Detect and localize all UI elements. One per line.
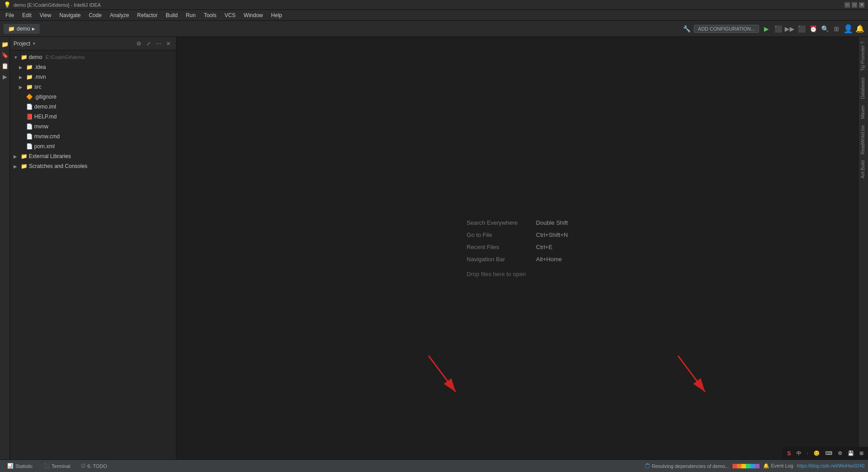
rainbow-bar — [732, 464, 760, 468]
systray-save: 💾 — [846, 449, 856, 457]
tree-external[interactable]: ▶ 📁 External Libraries — [10, 151, 176, 161]
status-right: 🔔 Event Log https://blog.csdn.net/WeiHao… — [732, 463, 864, 469]
event-log-icon: 🔔 — [763, 463, 769, 468]
tree-src[interactable]: ▶ 📁 src — [10, 82, 176, 92]
project-tab[interactable]: 📁 demo ▶ — [4, 24, 40, 34]
right-tab-maven[interactable]: Maven — [859, 103, 868, 122]
menu-navigate[interactable]: Navigate — [56, 11, 84, 19]
resolving-label: Resolving dependencies of demo... — [652, 463, 729, 469]
panel-title[interactable]: Project ▼ — [14, 41, 36, 47]
right-sidebar: Tip Promoter ? Databases Maven ReadWrite… — [858, 37, 868, 459]
todo-icon: ☑ — [81, 463, 86, 469]
go-to-file-label: Go to File — [467, 231, 525, 238]
ext-arrow: ▶ — [14, 154, 19, 159]
menu-edit[interactable]: Edit — [18, 11, 35, 19]
debug-button-icon[interactable]: ⬛ — [773, 24, 782, 33]
right-tab-databases[interactable]: Databases — [859, 75, 868, 102]
idea-label: .idea — [34, 64, 46, 70]
gitignore-label: .gitignore — [34, 94, 56, 100]
title-bar-controls: ─ □ ✕ — [845, 2, 864, 8]
tree-help[interactable]: ▶ 📕 HELP.md — [10, 112, 176, 122]
cmd-icon: 📄 — [26, 133, 33, 140]
tree-root[interactable]: ▼ 📁 demo E:\Code\Git\demo — [10, 52, 176, 62]
settings-icon[interactable]: ⏰ — [809, 24, 818, 33]
recent-files-shortcut: Ctrl+E — [536, 244, 552, 250]
notifications-icon[interactable]: 🔔 — [855, 24, 864, 33]
statistic-tab[interactable]: 📊 Statistic — [4, 462, 36, 470]
toolbar: 📁 demo ▶ 🔧 ADD CONFIGURATION... ▶ ⬛ ▶▶ ⬛… — [0, 21, 868, 37]
terminal-label: Terminal — [52, 463, 71, 469]
tree-mvn[interactable]: ▶ 📁 .mvn — [10, 72, 176, 82]
statistic-label: Statistic — [15, 463, 33, 469]
hint-goto: Go to File Ctrl+Shift+N — [467, 231, 568, 238]
menu-view[interactable]: View — [36, 11, 55, 19]
collapse-icon[interactable]: ✕ — [164, 40, 172, 48]
add-configuration-button[interactable]: ADD CONFIGURATION... — [694, 25, 759, 33]
search-everywhere-icon[interactable]: 🔍 — [820, 24, 829, 33]
menu-analyze[interactable]: Analyze — [106, 11, 133, 19]
menu-file[interactable]: File — [2, 11, 18, 19]
tree-scratches[interactable]: ▶ 📁 Scratches and Consoles — [10, 161, 176, 171]
menu-refactor[interactable]: Refactor — [134, 11, 161, 19]
run-button-icon[interactable]: ▶ — [762, 24, 771, 33]
tree-idea[interactable]: ▶ 📁 .idea — [10, 62, 176, 72]
tree-mvnw[interactable]: ▶ 📄 mvnw — [10, 122, 176, 132]
event-log-label: Event Log — [771, 463, 794, 468]
menu-help[interactable]: Help — [267, 11, 286, 19]
go-to-file-shortcut: Ctrl+Shift+N — [536, 231, 568, 238]
right-tab-ant-build[interactable]: Ant Build — [859, 158, 868, 181]
status-url[interactable]: https://blog.csdn.net/WeiHao0240 — [797, 463, 864, 468]
status-bar: 📊 Statistic ⬛ Terminal ☑ 6: TODO Resolvi… — [0, 459, 868, 472]
layout-icon[interactable]: ⊞ — [832, 24, 841, 33]
panel-title-label: Project — [14, 41, 30, 47]
menu-vcs[interactable]: VCS — [221, 11, 240, 19]
menu-build[interactable]: Build — [162, 11, 181, 19]
menu-bar: File Edit View Navigate Code Analyze Ref… — [0, 10, 868, 21]
search-everywhere-shortcut: Double Shift — [536, 219, 568, 226]
mvn-label: .mvn — [34, 74, 46, 80]
menu-window[interactable]: Window — [240, 11, 267, 19]
editor-area: Search Everywhere Double Shift Go to Fil… — [176, 37, 858, 459]
todo-tab[interactable]: ☑ 6: TODO — [77, 462, 111, 470]
tree-gitignore[interactable]: ▶ 🔶 .gitignore — [10, 92, 176, 102]
tree-pom[interactable]: ▶ 📄 pom.xml — [10, 141, 176, 151]
left-vertical-tabs: 📁 🔖 📋 ▶ — [0, 37, 10, 459]
svg-line-3 — [678, 356, 705, 392]
expand-icon[interactable]: ⤢ — [145, 40, 153, 48]
run-with-coverage-icon[interactable]: ▶▶ — [785, 24, 794, 33]
left-icon-bookmark[interactable]: 🔖 — [0, 50, 10, 60]
tree-iml[interactable]: ▶ 📄 demo.iml — [10, 102, 176, 112]
profile-icon[interactable]: 👤 — [844, 24, 853, 33]
svg-line-1 — [429, 356, 456, 392]
left-icon-structure[interactable]: 📋 — [0, 60, 10, 71]
event-log-btn[interactable]: 🔔 Event Log — [763, 463, 793, 469]
maximize-button[interactable]: □ — [852, 2, 857, 8]
left-icon-project[interactable]: 📁 — [0, 39, 10, 50]
panel-icons: ⚙ ⤢ ⋯ ✕ — [135, 40, 172, 48]
recent-files-label: Recent Files — [467, 244, 525, 250]
taskbar-overlay: S 中 · 😊 ⌨ ⚙ 💾 ⊞ — [782, 447, 868, 459]
menu-run[interactable]: Run — [182, 11, 199, 19]
tree-mvnw-cmd[interactable]: ▶ 📄 mvnw.cmd — [10, 132, 176, 141]
close-button[interactable]: ✕ — [859, 2, 864, 8]
stop-button-icon[interactable]: ⬛ — [797, 24, 806, 33]
title-bar-left: 💡 demo [E:\Code\Git\demo] - IntelliJ IDE… — [4, 1, 101, 8]
src-label: src — [34, 84, 41, 90]
right-tab-tip-promoter[interactable]: Tip Promoter ? — [859, 39, 868, 74]
ellipsis-icon[interactable]: ⋯ — [154, 40, 163, 48]
menu-code[interactable]: Code — [85, 11, 105, 19]
right-tab-readwrite[interactable]: ReadWriteUse — [859, 123, 868, 157]
menu-tools[interactable]: Tools — [200, 11, 220, 19]
idea-arrow: ▶ — [19, 65, 24, 70]
src-folder-icon: 📁 — [26, 83, 33, 91]
minimize-button[interactable]: ─ — [845, 2, 850, 8]
chevron-icon: ▶ — [32, 27, 35, 31]
md-icon: 📕 — [26, 113, 33, 120]
left-icon-run[interactable]: ▶ — [0, 71, 10, 82]
mvnw-cmd-label: mvnw.cmd — [34, 133, 60, 140]
terminal-tab[interactable]: ⬛ Terminal — [40, 462, 74, 470]
systray-keyboard: ⌨ — [823, 449, 834, 457]
gear-icon[interactable]: ⚙ — [135, 40, 143, 48]
iml-icon: 📄 — [26, 103, 33, 110]
systray-sogou: S — [785, 449, 793, 458]
